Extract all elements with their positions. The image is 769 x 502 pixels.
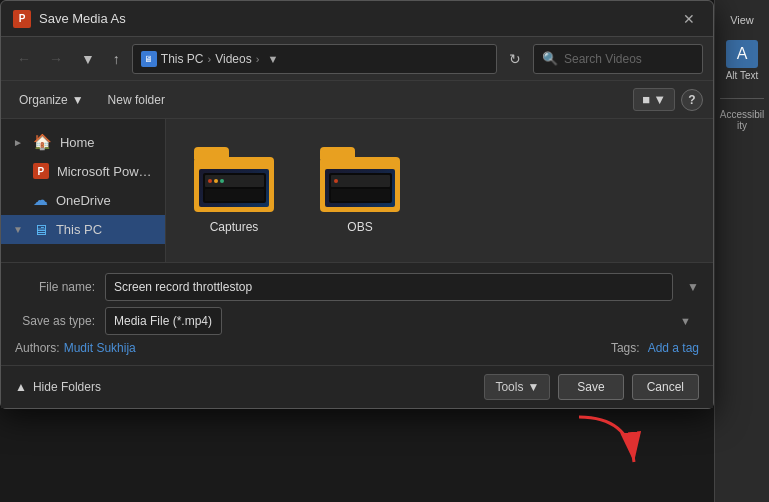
- obs-thumbnail-content: [329, 173, 392, 203]
- thumbnail-img: [199, 169, 269, 207]
- filename-input[interactable]: [105, 273, 673, 301]
- savetype-select-wrapper: Media File (*.mp4) ▼: [105, 307, 699, 335]
- right-panel-divider: [720, 98, 763, 99]
- right-panel-view-label: View: [715, 10, 769, 30]
- up-button[interactable]: ↑: [107, 47, 126, 71]
- thumbnail-content: [203, 173, 266, 203]
- folder-obs[interactable]: OBS: [312, 139, 408, 242]
- search-input[interactable]: [564, 52, 684, 66]
- close-button[interactable]: ✕: [677, 7, 701, 31]
- breadcrumb-this-pc: This PC: [161, 52, 204, 66]
- footer: File name: ▼ Save as type: Media File (*…: [1, 262, 713, 365]
- toolbar: Organize ▼ New folder ■ ▼ ?: [1, 81, 713, 119]
- tags-label: Tags:: [611, 341, 640, 355]
- folder-captures-icon: [194, 147, 274, 212]
- home-expand-arrow: ►: [13, 137, 23, 148]
- sidebar: ► 🏠 Home ► P Microsoft PowerPoi ► ☁ OneD…: [1, 119, 166, 262]
- organize-dropdown-icon: ▼: [72, 93, 84, 107]
- authors-label: Authors:: [15, 341, 60, 355]
- sidebar-item-powerpoint[interactable]: ► P Microsoft PowerPoi: [1, 157, 165, 185]
- tools-label: Tools: [495, 380, 523, 394]
- accessibility-label: Accessibility: [715, 109, 769, 131]
- toolbar-right: ■ ▼ ?: [633, 88, 703, 111]
- forward-button[interactable]: →: [43, 47, 69, 71]
- savetype-dropdown-icon: ▼: [680, 315, 691, 327]
- tools-dropdown-icon: ▼: [527, 380, 539, 394]
- obs-thumbnail-img: [325, 169, 395, 207]
- breadcrumb-bar[interactable]: 🖥 This PC › Videos › ▼: [132, 44, 497, 74]
- filename-dropdown-arrow[interactable]: ▼: [687, 280, 699, 294]
- back-button[interactable]: ←: [11, 47, 37, 71]
- title-bar: P Save Media As ✕: [1, 1, 713, 37]
- alt-text-panel-item[interactable]: A Alt Text: [722, 34, 763, 88]
- alt-text-icon: A: [726, 40, 758, 68]
- view-grid-icon: ■: [642, 92, 650, 107]
- filename-label: File name:: [15, 280, 95, 294]
- ppt-icon: P: [33, 163, 49, 179]
- red-arrow-indicator: [569, 412, 649, 472]
- organize-label: Organize: [19, 93, 68, 107]
- folder-body: [194, 157, 274, 212]
- ppt-app-icon: P: [13, 10, 31, 28]
- view-button[interactable]: ■ ▼: [633, 88, 675, 111]
- title-bar-left: P Save Media As: [13, 10, 126, 28]
- tags-section: Tags: Add a tag: [611, 341, 699, 355]
- search-bar: 🔍: [533, 44, 703, 74]
- hide-folders-button[interactable]: ▲ Hide Folders: [15, 380, 101, 394]
- breadcrumb-dropdown-arrow[interactable]: ▼: [267, 53, 278, 65]
- folder-captures[interactable]: Captures: [186, 139, 282, 242]
- new-folder-label: New folder: [108, 93, 165, 107]
- authors-section: Authors: Mudit Sukhija: [15, 341, 601, 355]
- pc-expand-arrow: ▼: [13, 224, 23, 235]
- cancel-button[interactable]: Cancel: [632, 374, 699, 400]
- sidebar-item-home[interactable]: ► 🏠 Home: [1, 127, 165, 157]
- obs-folder-name: OBS: [347, 220, 372, 234]
- home-icon: 🏠: [33, 133, 52, 151]
- tools-button[interactable]: Tools ▼: [484, 374, 550, 400]
- breadcrumb-separator-1: ›: [208, 53, 212, 65]
- hide-folders-label: Hide Folders: [33, 380, 101, 394]
- obs-folder-thumbnail: [325, 169, 395, 207]
- toolbar-left: Organize ▼ New folder: [11, 89, 173, 111]
- tags-authors-row: Authors: Mudit Sukhija Tags: Add a tag: [15, 341, 699, 355]
- obs-folder-body: [320, 157, 400, 212]
- pc-label: This PC: [56, 222, 102, 237]
- view-dropdown-icon: ▼: [653, 92, 666, 107]
- save-media-dialog: P Save Media As ✕ ← → ▼ ↑ 🖥 This PC › Vi…: [0, 0, 714, 409]
- files-area: Captures: [166, 119, 713, 262]
- dialog-title: Save Media As: [39, 11, 126, 26]
- right-panel: View A Alt Text Accessibility: [714, 0, 769, 502]
- action-bar: ▲ Hide Folders Tools ▼ Save Cancel: [1, 365, 713, 408]
- authors-value[interactable]: Mudit Sukhija: [64, 341, 136, 355]
- content-area: ► 🏠 Home ► P Microsoft PowerPoi ► ☁ OneD…: [1, 119, 713, 262]
- search-icon: 🔍: [542, 51, 558, 66]
- refresh-button[interactable]: ↻: [503, 47, 527, 71]
- help-button[interactable]: ?: [681, 89, 703, 111]
- filename-row: File name: ▼: [15, 273, 699, 301]
- hide-folders-arrow-icon: ▲: [15, 380, 27, 394]
- organize-button[interactable]: Organize ▼: [11, 89, 92, 111]
- recent-locations-button[interactable]: ▼: [75, 47, 101, 71]
- pc-icon: 🖥: [33, 221, 48, 238]
- breadcrumb-videos: Videos: [215, 52, 251, 66]
- savetype-label: Save as type:: [15, 314, 95, 328]
- onedrive-label: OneDrive: [56, 193, 111, 208]
- captures-folder-name: Captures: [210, 220, 259, 234]
- onedrive-icon: ☁: [33, 191, 48, 209]
- sidebar-item-this-pc[interactable]: ▼ 🖥 This PC: [1, 215, 165, 244]
- nav-bar: ← → ▼ ↑ 🖥 This PC › Videos › ▼ ↻ 🔍: [1, 37, 713, 81]
- home-label: Home: [60, 135, 95, 150]
- save-button[interactable]: Save: [558, 374, 623, 400]
- alt-text-label: Alt Text: [726, 70, 759, 82]
- new-folder-button[interactable]: New folder: [100, 89, 173, 111]
- folder-obs-icon: [320, 147, 400, 212]
- action-right: Tools ▼ Save Cancel: [484, 374, 699, 400]
- tags-add-link[interactable]: Add a tag: [648, 341, 699, 355]
- breadcrumb-pc-icon: 🖥: [141, 51, 157, 67]
- breadcrumb-separator-2: ›: [256, 53, 260, 65]
- savetype-row: Save as type: Media File (*.mp4) ▼: [15, 307, 699, 335]
- ppt-label: Microsoft PowerPoi: [57, 164, 153, 179]
- sidebar-item-onedrive[interactable]: ► ☁ OneDrive: [1, 185, 165, 215]
- folder-thumbnail: [199, 169, 269, 207]
- savetype-select[interactable]: Media File (*.mp4): [105, 307, 222, 335]
